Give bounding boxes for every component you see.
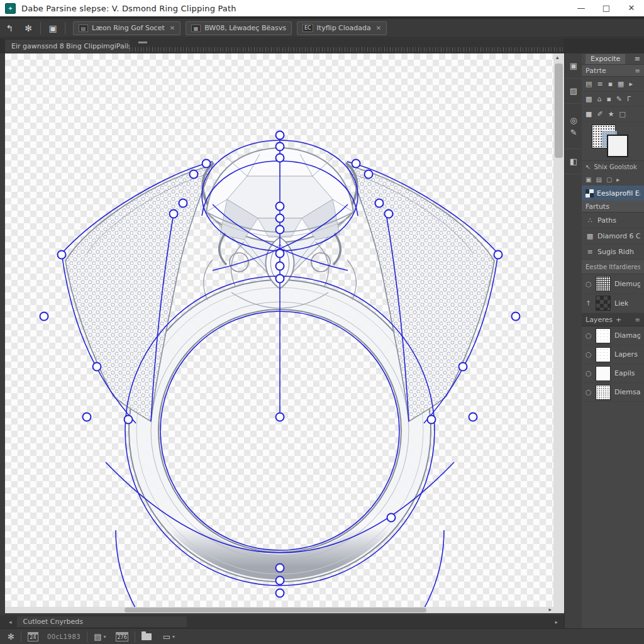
calendar-indicator[interactable]: 24	[28, 632, 38, 641]
ruler-ticks	[130, 47, 564, 52]
visibility-toggle-icon[interactable]: ○	[586, 369, 592, 377]
expand-right-icon[interactable]: ▸	[630, 80, 633, 88]
tab-export[interactable]: Expocite	[586, 54, 625, 64]
paths-item[interactable]: ∴ Paths	[582, 213, 644, 228]
layer-row-4[interactable]: ○ Diemsag	[582, 383, 644, 402]
visibility-toggle-icon[interactable]: ○	[586, 280, 592, 288]
chevron-down-icon: ▾	[103, 634, 106, 640]
panel-menu-icon[interactable]: ≡	[635, 55, 640, 63]
pencil-icon[interactable]: ✐	[597, 110, 602, 118]
panel-menu-icon[interactable]: ≡	[635, 316, 640, 323]
status-bar: ✻ 24 00cL1983 ▤ ▾ 276 ▭ ▾	[0, 628, 644, 644]
mask-tool-icon: ◧	[570, 157, 577, 165]
title-bar: ✦ Dabe Parsine slepse: V. Dsmond Ring Cl…	[0, 0, 644, 16]
layers-panel-header[interactable]: Layeres + ≡	[582, 313, 644, 326]
active-document-tab[interactable]: Eir gawnssnd 8 Bing ClippimgiPails ▾	[5, 40, 145, 53]
sugis-item[interactable]: ≡ Sugis Ridh	[582, 244, 644, 260]
corner-icon[interactable]: Γ	[627, 95, 631, 103]
vertical-scrollbar-thumb[interactable]	[555, 64, 563, 158]
star-icon[interactable]: ★	[608, 110, 614, 118]
paint-header-label: Patrte	[586, 67, 606, 75]
tool-column: ▣ ▨ ◎ ✎ ◧	[564, 53, 582, 644]
image-menu-button[interactable]: ▤ ▾	[94, 632, 106, 641]
tool-mask[interactable]: ◧	[565, 149, 582, 174]
pointer-icon[interactable]: ✻	[19, 23, 38, 33]
horizontal-scrollbar-thumb[interactable]	[125, 608, 426, 613]
background-swatch[interactable]	[607, 135, 628, 157]
layer-row-2[interactable]: ○ Lapers	[582, 345, 644, 364]
right-panel: Expocite ≡ Patrte ≡ ▤ ≡ ▪ ▦ ▸ ▩ ⌂ ▪ ✎ Γ …	[582, 53, 644, 644]
export-image-button[interactable]: ▭ ▾	[163, 632, 175, 641]
minimize-button[interactable]: —	[569, 0, 594, 16]
window-panel-icon[interactable]: ▤	[586, 80, 592, 88]
cursor-icon: ↖	[586, 164, 591, 170]
object-thumbnail	[596, 296, 611, 311]
vertical-scrollbar[interactable]: ▴	[553, 53, 564, 613]
close-tab-icon[interactable]: ✕	[170, 25, 175, 31]
document-tab-1[interactable]: ▤ Læon Ring Gof Socet ✕	[73, 21, 180, 35]
image-frame-icon: ▭	[163, 632, 170, 641]
document-bar: Eir gawnssnd 8 Bing ClippimgiPails ▾	[0, 38, 644, 53]
tool-transform[interactable]: ▣	[565, 53, 582, 79]
diamond-clip-item[interactable]: ▩ Diamord 6 Clip	[582, 228, 644, 244]
selected-profile-row[interactable]: Eeslaprofil Eatt	[582, 186, 644, 201]
back-arrow-icon[interactable]: ↰	[0, 23, 19, 33]
statusbar-separator	[21, 631, 21, 642]
crop-icon[interactable]: ▣	[43, 23, 62, 33]
maximize-button[interactable]: □	[594, 0, 619, 16]
layer-row-3[interactable]: ○ Eapils	[582, 364, 644, 383]
visibility-toggle-icon[interactable]: ○	[586, 350, 592, 358]
tool-shape-pen[interactable]: ◎ ✎	[565, 104, 582, 149]
tab-badge-icon: EC	[303, 24, 313, 32]
tool-lasso[interactable]: ▨	[565, 79, 582, 104]
grid-icon: 276	[116, 632, 128, 641]
window-controls: — □ ✕	[569, 0, 644, 16]
shape-icon[interactable]: ■	[586, 110, 592, 118]
open-folder-button[interactable]	[142, 633, 152, 640]
layers-header-label: Layeres	[586, 316, 613, 324]
layer-label: Diemsag	[614, 388, 640, 396]
object-label: Diemug	[614, 280, 640, 288]
home-icon[interactable]: ⌂	[597, 95, 601, 103]
horizontal-scrollbar[interactable]: ▸	[5, 607, 553, 613]
sliders-icon[interactable]: ≡	[597, 80, 602, 88]
active-document-name: Eir gawnssnd 8 Bing ClippimgiPails	[11, 42, 131, 50]
image-mini-icon[interactable]: ▣	[586, 176, 591, 183]
document-tab-3[interactable]: EC Ityflip Cloadada ✕	[297, 21, 387, 35]
square-icon[interactable]: □	[619, 110, 626, 118]
settings-button[interactable]: ✻	[8, 632, 14, 641]
pen-icon[interactable]: ✎	[616, 95, 622, 103]
panel-menu-icon[interactable]: ≡	[635, 67, 640, 74]
visibility-toggle-icon[interactable]: ○	[586, 331, 592, 340]
close-tab-icon[interactable]: ✕	[376, 25, 381, 31]
save-mini-icon[interactable]: ▤	[596, 176, 601, 183]
panel-icon-row-1: ▤ ≡ ▪ ▦ ▸	[582, 77, 644, 92]
stock-row[interactable]: ↖ Shix Goolstok	[582, 161, 644, 173]
layer-row-1[interactable]: ○ Diamag	[582, 326, 644, 345]
object-row-diemug[interactable]: ○ Diemug	[582, 274, 644, 294]
layer-thumbnail	[596, 347, 611, 362]
document-tab-2[interactable]: ▦ BW08, Lëwadeç Bëasvs	[186, 21, 292, 35]
object-thumbnail	[596, 276, 611, 291]
link-arrow-icon[interactable]: ↑	[586, 299, 592, 308]
table-icon[interactable]: ▦	[618, 80, 624, 88]
frame-mini-icon[interactable]: ▢	[606, 176, 612, 183]
collapse-left-icon[interactable]: ◂	[9, 619, 12, 625]
ruler-marker	[138, 42, 147, 43]
scroll-up-icon[interactable]: ▴	[556, 54, 559, 60]
canvas[interactable]	[5, 53, 553, 613]
chevron-down-icon: ▾	[172, 634, 175, 640]
lines-icon: ≡	[586, 248, 594, 256]
visibility-toggle-icon[interactable]: ○	[586, 388, 592, 396]
paths-panel-header[interactable]: Fartuts	[582, 201, 644, 213]
scroll-right-icon[interactable]: ▸	[548, 606, 552, 613]
close-button[interactable]: ✕	[619, 0, 644, 16]
expand-right-icon[interactable]: ▸	[555, 619, 558, 625]
grid-indicator[interactable]: 276	[116, 632, 128, 641]
layers-stack-icon[interactable]: ▩	[586, 95, 592, 103]
expand-right-icon[interactable]: ▸	[616, 176, 619, 183]
image-icon: ▤	[94, 632, 101, 641]
object-row-liek[interactable]: ↑ Liek	[582, 294, 644, 313]
output-tab[interactable]: Cutloet Cnyrbeds	[17, 616, 187, 627]
add-layer-icon[interactable]: +	[616, 316, 621, 324]
